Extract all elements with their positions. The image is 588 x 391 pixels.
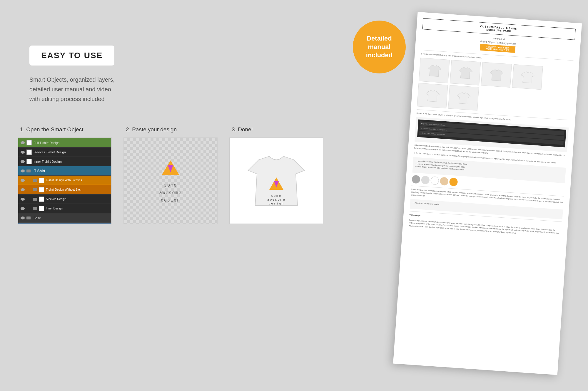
manual-badge: Detailedmanualincluded: [353, 21, 406, 73]
step-2: 2. Paste your design someawesomedesign: [123, 126, 218, 224]
manual-thumb-3: [481, 62, 512, 88]
manual-thumbnails: [417, 58, 573, 117]
tshirt-icon: some awesome design: [241, 146, 312, 216]
layer-row: Sleeves Design: [18, 194, 111, 204]
step-1-label: 1. Open the Smart Object: [18, 126, 83, 133]
swatch-orange: [449, 177, 458, 186]
manual-badge-text: Detailedmanualincluded: [366, 34, 392, 60]
eye-icon: [21, 198, 25, 201]
design-text: someawesomedesign: [159, 182, 182, 204]
layer-row: Inner T-shirt Design: [18, 157, 111, 166]
manual-layers-panel-mini: ● Open the smart object you will use ...…: [417, 120, 566, 147]
step-3: 3. Done! some awesome design: [229, 126, 323, 224]
swatch-beige: [440, 177, 449, 186]
layer-row: Base: [18, 213, 111, 223]
folder-icon: [26, 170, 31, 172]
step-1-image: Full T-shirt Design Sleeves T-shirt Desi…: [18, 137, 112, 224]
swatch-gray: [412, 175, 420, 184]
eye-icon: [21, 207, 25, 210]
easy-badge-label: EASY TO USE: [41, 51, 103, 60]
layer-row: T-shirt Design Without Sle...: [18, 185, 111, 194]
eye-icon: [21, 217, 25, 219]
swatch-white: [430, 176, 439, 185]
svg-text:awesome: awesome: [267, 198, 285, 202]
layer-thumb: [26, 150, 32, 155]
step-1: 1. Open the Smart Object Full T-shirt De…: [18, 126, 112, 224]
folder-icon: [33, 179, 37, 182]
svg-text:some: some: [271, 194, 282, 198]
manual-header: CUSTOMIZABLE T-SHIRTMOCKUPS PACK: [422, 18, 576, 40]
layer-thumb: [39, 197, 44, 202]
layer-row: Full T-shirt Design: [18, 138, 111, 147]
layer-row: Neck Stripe Color 2: [18, 223, 111, 224]
manual-thumb-6: [448, 85, 479, 110]
folder-icon: [33, 188, 37, 191]
design-logo-icon: [159, 157, 182, 178]
description-text: Smart Objects, organized layers,detailed…: [29, 75, 115, 104]
layer-thumb: [26, 159, 32, 164]
step-3-image: some awesome design: [229, 137, 323, 224]
manual-thumb-2: [450, 60, 481, 85]
swatch-light: [421, 175, 430, 184]
layer-row: T-Shirt: [18, 166, 111, 176]
layer-thumb: [39, 187, 44, 192]
eye-icon: [21, 151, 25, 154]
description-content: Smart Objects, organized layers,detailed…: [29, 76, 115, 102]
layer-row: T-shirt Design With Sleeves: [18, 176, 111, 185]
folder-icon: [33, 207, 37, 210]
eye-icon: [21, 179, 25, 182]
step-2-image: someawesomedesign: [123, 137, 218, 224]
layer-thumb: [39, 178, 44, 183]
folder-icon: [26, 217, 31, 219]
svg-text:design: design: [268, 202, 284, 205]
manual-document: CUSTOMIZABLE T-SHIRTMOCKUPS PACK User ma…: [393, 12, 582, 375]
manual-thumb-1: [419, 58, 450, 83]
manual-thumb-4: [512, 64, 543, 90]
step-3-label: 3. Done!: [229, 126, 253, 133]
layer-thumb: [39, 206, 44, 211]
step-2-label: 2. Paste your design: [123, 126, 177, 133]
steps-container: 1. Open the Smart Object Full T-shirt De…: [18, 126, 323, 224]
layer-row: Inner Design: [18, 204, 111, 213]
layer-row: Sleeves T-shirt Design: [18, 147, 111, 157]
eye-icon: [21, 188, 25, 191]
layer-thumb: [26, 140, 32, 145]
manual-cta-button: CLICK TO CHECK OUTMORE IN MY ANOTHER: [480, 44, 515, 53]
folder-icon: [33, 198, 37, 201]
eye-icon: [21, 141, 25, 144]
eye-icon: [21, 160, 25, 163]
manual-thumb-5: [417, 83, 448, 108]
eye-icon: [21, 170, 25, 172]
easy-to-use-badge: EASY TO USE: [29, 46, 114, 66]
